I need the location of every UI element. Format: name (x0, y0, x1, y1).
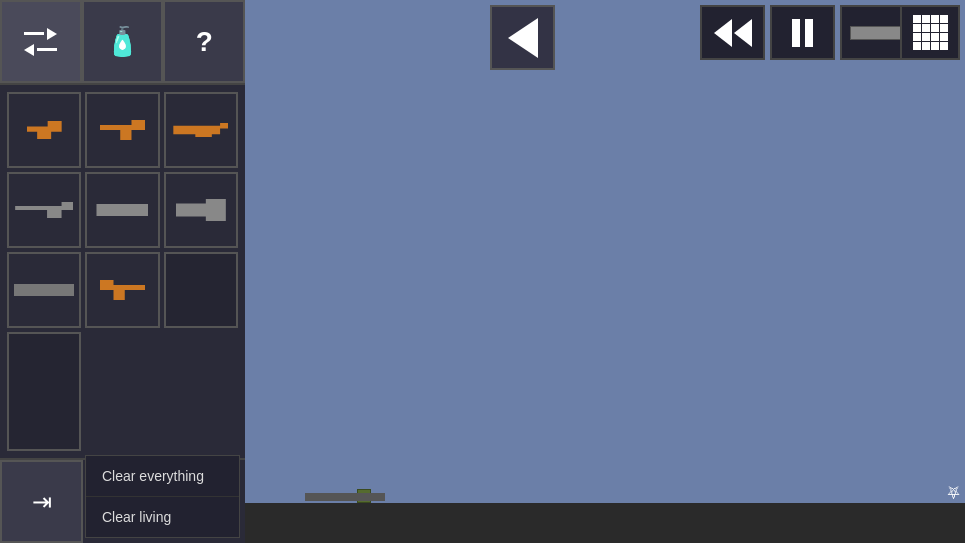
inventory-icon: 🧴 (105, 25, 140, 58)
grid-toggle-button[interactable] (900, 5, 960, 60)
sidebar: 🧴 ? (0, 0, 245, 543)
exit-button[interactable]: ⇥ (0, 460, 83, 543)
top-toolbar: 🧴 ? (0, 0, 245, 85)
weapon-slot-smg2[interactable] (85, 252, 159, 328)
swap-button[interactable] (0, 0, 82, 83)
weapon-slot-lmg[interactable] (7, 172, 81, 248)
ground (245, 503, 965, 543)
grid-icon (913, 15, 948, 50)
rifle-icon (173, 123, 228, 137)
pause-button[interactable] (770, 5, 835, 60)
right-edge-sprite: ⛧ (946, 485, 962, 501)
pause-icon (792, 19, 813, 47)
weapon-slot-sniper[interactable] (7, 252, 81, 328)
rewind-button[interactable] (700, 5, 765, 60)
swap-icon (24, 28, 57, 56)
weapon-slot-minigun[interactable] (164, 172, 238, 248)
weapon-slot-rifle[interactable] (164, 92, 238, 168)
weapon-slot-empty1[interactable] (164, 252, 238, 328)
weapon-slot-empty2[interactable] (7, 332, 81, 451)
lmg-icon (15, 202, 73, 218)
weapon-slot-pistol[interactable] (7, 92, 81, 168)
game-area[interactable]: ⛧ (245, 0, 965, 543)
arrow-left-icon (508, 18, 538, 58)
exit-icon: ⇥ (32, 488, 52, 516)
bottom-toolbar: ⇥ Clear everything Clear living (0, 458, 245, 543)
weapon-slot-smg[interactable] (85, 92, 159, 168)
rewind-icon (714, 19, 752, 47)
help-button[interactable]: ? (163, 0, 245, 83)
weapon-grid (0, 85, 245, 458)
question-icon: ? (196, 26, 213, 58)
ground-item (305, 493, 385, 501)
context-menu: Clear everything Clear living (85, 455, 240, 538)
smg2-icon (100, 280, 145, 300)
weapon-slot-shotgun[interactable] (85, 172, 159, 248)
sniper-icon (14, 284, 74, 296)
pistol-icon (27, 121, 62, 139)
shotgun-icon (96, 204, 148, 216)
minigun-icon (176, 199, 226, 221)
inventory-button[interactable]: 🧴 (82, 0, 164, 83)
smg-icon (100, 120, 145, 140)
clear-living-button[interactable]: Clear living (86, 497, 239, 537)
back-button[interactable] (490, 5, 555, 70)
clear-everything-button[interactable]: Clear everything (86, 456, 239, 497)
